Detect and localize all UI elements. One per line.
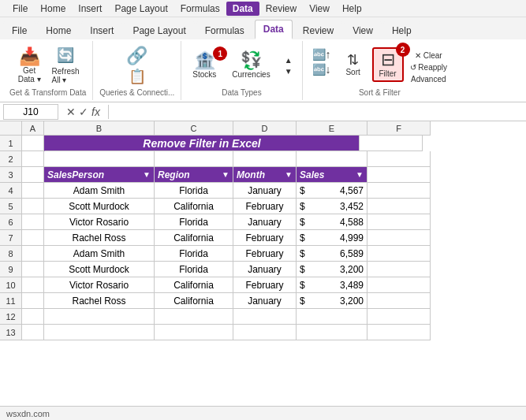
cell-a8[interactable] (22, 246, 44, 262)
cell-e12[interactable] (297, 309, 367, 325)
cell-a7[interactable] (22, 230, 44, 246)
cell-a6[interactable] (22, 214, 44, 230)
sort-za-button[interactable]: 🔤↓ (309, 62, 334, 76)
cell-d3-month[interactable]: Month ▼ (233, 167, 297, 183)
cell-c4[interactable]: Florida (155, 183, 233, 199)
cell-f4[interactable] (367, 183, 431, 199)
cell-f9[interactable] (367, 262, 431, 277)
cell-f12[interactable] (367, 309, 431, 325)
cell-d2[interactable] (233, 151, 297, 167)
ribbon-tab-formulas[interactable]: Formulas (196, 21, 253, 39)
cell-f1[interactable] (360, 136, 423, 151)
cell-f3[interactable] (367, 167, 431, 183)
cell-c9[interactable]: Florida (155, 262, 233, 277)
menu-item-page layout[interactable]: Page Layout (108, 2, 173, 16)
cell-b2[interactable] (44, 151, 155, 167)
cell-c8[interactable]: Florida (155, 246, 233, 262)
cell-f7[interactable] (367, 230, 431, 246)
col-d-header[interactable]: D (233, 121, 297, 136)
menu-item-review[interactable]: Review (259, 2, 303, 16)
cell-f5[interactable] (367, 199, 431, 214)
cell-c11[interactable]: California (155, 293, 233, 309)
ribbon-tab-help[interactable]: Help (383, 21, 420, 39)
cell-f6[interactable] (367, 214, 431, 230)
filter-dropdown-salesperson[interactable]: ▼ (143, 170, 151, 179)
cell-e11[interactable]: $3,200 (297, 293, 367, 309)
formula-input[interactable] (112, 105, 526, 119)
col-c-header[interactable]: C (155, 121, 233, 136)
cell-a12[interactable] (22, 309, 44, 325)
filter-dropdown-sales[interactable]: ▼ (356, 170, 364, 179)
cell-a9[interactable] (22, 262, 44, 277)
sort-button[interactable]: ⇅ Sort (338, 50, 369, 79)
reapply-button[interactable]: ↺ Reapply (407, 62, 450, 72)
cell-f10[interactable] (367, 277, 431, 293)
cell-e9[interactable]: $3,200 (297, 262, 367, 277)
cell-d10[interactable]: February (233, 277, 297, 293)
cell-b7[interactable]: Rachel Ross (44, 230, 155, 246)
ribbon-tab-view[interactable]: View (344, 21, 382, 39)
filter-dropdown-month[interactable]: ▼ (285, 170, 293, 179)
cell-c7[interactable]: California (155, 230, 233, 246)
menu-item-formulas[interactable]: Formulas (174, 2, 226, 16)
cell-e10[interactable]: $3,489 (297, 277, 367, 293)
cell-b12[interactable] (44, 309, 155, 325)
cell-a1[interactable] (22, 136, 44, 151)
col-b-header[interactable]: B (44, 121, 155, 136)
cell-e3-sales[interactable]: Sales ▼ (297, 167, 367, 183)
name-box[interactable] (3, 104, 58, 120)
filter-dropdown-region[interactable]: ▼ (222, 170, 229, 179)
cell-b6[interactable]: Victor Rosario (44, 214, 155, 230)
cell-b13[interactable] (44, 325, 155, 340)
cell-f11[interactable] (367, 293, 431, 309)
cell-b9[interactable]: Scott Murdock (44, 262, 155, 277)
menu-item-data[interactable]: Data (226, 2, 259, 16)
data-type-up[interactable]: ▲ (282, 55, 296, 65)
menu-item-file[interactable]: File (6, 2, 34, 16)
cell-c5[interactable]: California (155, 199, 233, 214)
col-a-header[interactable]: A (22, 121, 44, 136)
menu-item-insert[interactable]: Insert (72, 2, 108, 16)
cell-c6[interactable]: Florida (155, 214, 233, 230)
cell-d12[interactable] (233, 309, 297, 325)
cell-c13[interactable] (155, 325, 233, 340)
cell-e13[interactable] (297, 325, 367, 340)
cell-e5[interactable]: $3,452 (297, 199, 367, 214)
cell-e2[interactable] (297, 151, 367, 167)
sort-az-button[interactable]: 🔤↑ (309, 47, 334, 61)
menu-item-view[interactable]: View (303, 2, 336, 16)
cell-f2[interactable] (367, 151, 431, 167)
cell-d6[interactable]: January (233, 214, 297, 230)
cell-d4[interactable]: January (233, 183, 297, 199)
currencies-button[interactable]: 💱 Currencies (227, 50, 274, 81)
cell-c2[interactable] (155, 151, 233, 167)
col-e-header[interactable]: E (297, 121, 367, 136)
col-f-header[interactable]: F (367, 121, 431, 136)
ribbon-tab-page layout[interactable]: Page Layout (124, 21, 194, 39)
cell-d5[interactable]: February (233, 199, 297, 214)
cell-c10[interactable]: California (155, 277, 233, 293)
cell-b10[interactable]: Victor Rosario (44, 277, 155, 293)
cell-d8[interactable]: February (233, 246, 297, 262)
ribbon-tab-insert[interactable]: Insert (81, 21, 122, 39)
cell-a2[interactable] (22, 151, 44, 167)
cell-b5[interactable]: Scott Murdock (44, 199, 155, 214)
cell-b8[interactable]: Adam Smith (44, 246, 155, 262)
ribbon-tab-data[interactable]: Data (255, 20, 293, 39)
cell-a4[interactable] (22, 183, 44, 199)
cell-f13[interactable] (367, 325, 431, 340)
refresh-all-button[interactable]: 🔄 (49, 46, 83, 65)
cell-e7[interactable]: $4,999 (297, 230, 367, 246)
cell-a10[interactable] (22, 277, 44, 293)
cell-d7[interactable]: February (233, 230, 297, 246)
cell-a13[interactable] (22, 325, 44, 340)
data-type-down[interactable]: ▼ (282, 66, 296, 76)
cell-a11[interactable] (22, 293, 44, 309)
cell-e6[interactable]: $4,588 (297, 214, 367, 230)
cell-d11[interactable]: January (233, 293, 297, 309)
clear-button[interactable]: ✕ Clear (407, 50, 450, 61)
cell-c12[interactable] (155, 309, 233, 325)
cell-a3[interactable] (22, 167, 44, 183)
menu-item-help[interactable]: Help (336, 2, 368, 16)
ribbon-tab-home[interactable]: Home (37, 21, 80, 39)
